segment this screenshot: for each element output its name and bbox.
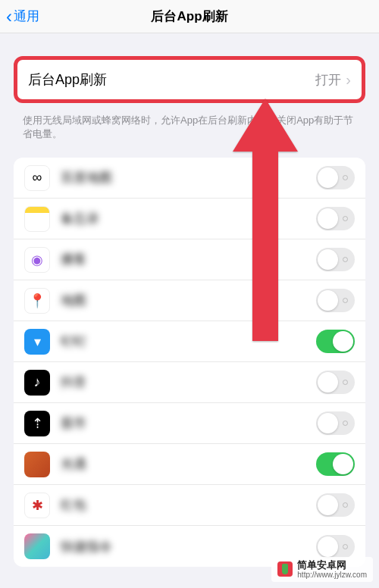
app-row: ⇡股市 xyxy=(14,403,365,444)
toggle-knob xyxy=(318,208,338,229)
app-icon: ▾ xyxy=(24,329,50,355)
app-list: ∞百度地图备忘录◉播客📍地图▾钉钉♪抖音⇡股市光遇✱红包快捷指令 xyxy=(14,158,365,567)
nav-bar: ‹ 通用 后台App刷新 xyxy=(0,0,379,33)
section-footer: 使用无线局域网或蜂窝网络时，允许App在后台刷新内容。关闭App有助于节省电量。 xyxy=(0,109,379,150)
app-row: 📍地图 xyxy=(14,280,365,321)
toggle-knob xyxy=(318,536,338,557)
app-toggle[interactable] xyxy=(316,371,355,394)
app-toggle[interactable] xyxy=(316,289,355,312)
app-icon: ⇡ xyxy=(24,411,50,436)
app-toggle[interactable] xyxy=(316,411,355,435)
app-row: 备忘录 xyxy=(14,199,365,239)
app-icon: ∞ xyxy=(24,165,50,191)
toggle-knob xyxy=(318,167,338,188)
watermark-icon xyxy=(277,561,293,577)
app-name-label: 钉钉 xyxy=(61,333,316,350)
app-toggle[interactable] xyxy=(316,166,355,189)
setting-value-text: 打开 xyxy=(315,71,341,89)
app-name-label: 播客 xyxy=(61,251,316,268)
app-row: ∞百度地图 xyxy=(14,158,365,199)
app-name-label: 地图 xyxy=(61,292,316,309)
app-icon: ♪ xyxy=(24,370,50,396)
app-toggle[interactable] xyxy=(316,207,355,230)
app-name-label: 快捷指令 xyxy=(61,538,316,555)
app-name-label: 光遇 xyxy=(61,455,316,473)
app-name-label: 红包 xyxy=(61,496,316,514)
app-row: ◉播客 xyxy=(14,239,365,280)
background-refresh-row[interactable]: 后台App刷新 打开 › xyxy=(17,60,362,99)
app-name-label: 百度地图 xyxy=(61,169,316,186)
app-row: ♪抖音 xyxy=(14,362,365,403)
back-label: 通用 xyxy=(14,8,39,25)
app-name-label: 抖音 xyxy=(61,374,316,391)
chevron-left-icon: ‹ xyxy=(6,6,12,27)
app-icon: 📍 xyxy=(24,288,50,314)
watermark-title: 简单安卓网 xyxy=(297,560,367,571)
toggle-knob xyxy=(318,372,338,393)
app-name-label: 股市 xyxy=(61,414,316,432)
page-title: 后台App刷新 xyxy=(151,8,227,25)
toggle-knob xyxy=(318,249,338,270)
setting-value: 打开 › xyxy=(315,71,351,89)
app-icon xyxy=(24,533,50,559)
app-toggle[interactable] xyxy=(316,330,355,353)
toggle-knob xyxy=(318,495,338,515)
toggle-knob xyxy=(318,413,338,433)
highlight-annotation: 后台App刷新 打开 › xyxy=(14,56,365,103)
toggle-knob xyxy=(318,290,338,311)
app-icon: ✱ xyxy=(24,493,50,518)
setting-label: 后台App刷新 xyxy=(28,70,107,89)
app-toggle[interactable] xyxy=(316,452,355,476)
app-icon xyxy=(24,206,50,232)
chevron-right-icon: › xyxy=(346,71,351,89)
app-icon xyxy=(24,452,50,477)
app-toggle[interactable] xyxy=(316,535,355,558)
app-row: ✱红包 xyxy=(14,485,365,526)
app-row: 光遇 xyxy=(14,444,365,485)
app-name-label: 备忘录 xyxy=(61,210,316,227)
back-button[interactable]: ‹ 通用 xyxy=(6,6,39,27)
app-toggle[interactable] xyxy=(316,493,355,517)
watermark-url: http://www.jylzw.com xyxy=(297,571,367,579)
app-toggle[interactable] xyxy=(316,248,355,271)
watermark-text: 简单安卓网 http://www.jylzw.com xyxy=(297,560,367,579)
toggle-knob xyxy=(333,454,353,474)
app-icon: ◉ xyxy=(24,247,50,273)
toggle-knob xyxy=(333,331,353,352)
watermark: 简单安卓网 http://www.jylzw.com xyxy=(271,557,373,582)
app-row: ▾钉钉 xyxy=(14,321,365,362)
